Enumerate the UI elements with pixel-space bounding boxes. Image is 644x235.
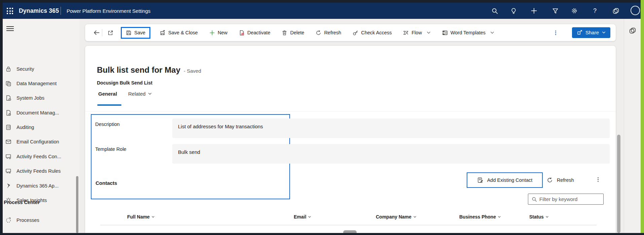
annotation-highlight-save: Save — [121, 27, 150, 39]
chevron-down-icon — [602, 31, 606, 34]
save-and-close-button[interactable]: Save & Close — [160, 30, 198, 36]
auditing-icon — [5, 124, 11, 130]
sidebar-item-auditing[interactable]: Auditing — [3, 123, 77, 132]
deactivate-button[interactable]: Deactivate — [239, 30, 271, 36]
waffle-icon[interactable] — [6, 7, 14, 15]
column-header-business-phone[interactable]: Business Phone — [459, 214, 501, 220]
filter-keyword-input[interactable] — [539, 194, 602, 204]
hamburger-menu-icon[interactable] — [6, 24, 14, 32]
template-role-value: Bulk send — [178, 149, 200, 155]
header-divider — [85, 111, 616, 111]
word-templates-button[interactable]: W Word Templates — [442, 30, 494, 36]
lock-icon — [5, 66, 11, 72]
new-button[interactable]: New — [209, 30, 227, 36]
save-icon — [126, 30, 132, 36]
subgrid-overflow-button[interactable] — [595, 177, 601, 182]
search-icon[interactable] — [491, 7, 498, 14]
sidebar-item-label: Data Management — [16, 81, 57, 86]
lightbulb-icon[interactable] — [510, 7, 517, 14]
save-button[interactable]: Save — [126, 30, 145, 36]
sidebar-item-dynamics-365-apps[interactable]: Dynamics 365 Ap... — [3, 181, 77, 191]
avatar[interactable] — [631, 6, 640, 15]
chevron-down-icon — [148, 92, 152, 96]
copilot-icon[interactable] — [629, 27, 636, 34]
annotation-highlight-add-contact: Add Existing Contact — [467, 172, 543, 188]
template-role-field[interactable]: Bulk send — [172, 144, 610, 164]
gear-icon[interactable] — [571, 7, 578, 14]
deactivate-icon — [239, 30, 245, 36]
app-name[interactable]: Dynamics 365 — [19, 7, 59, 14]
site-map-sidebar: Security Data Management System Jobs Doc… — [3, 19, 79, 233]
right-rail — [624, 19, 641, 233]
refresh-icon — [316, 30, 321, 36]
horizontal-scrollbar[interactable] — [343, 230, 357, 233]
active-tab-underline — [97, 104, 121, 106]
column-header-email[interactable]: Email — [294, 214, 311, 220]
processes-icon — [5, 217, 11, 223]
tab-general[interactable]: General — [98, 91, 117, 97]
chevron-down-icon — [545, 215, 549, 219]
sidebar-scrollbar[interactable] — [76, 176, 78, 233]
record-form-card: Bulk list send for May- Saved Docusign B… — [85, 46, 616, 233]
flow-icon — [403, 30, 409, 36]
column-header-status[interactable]: Status — [529, 214, 549, 220]
popout-button[interactable] — [108, 30, 113, 36]
sidebar-item-label: Security — [16, 66, 34, 72]
sidebar-group-process-center: Process Center — [4, 200, 39, 205]
email-icon — [5, 139, 11, 145]
record-save-status: - Saved — [184, 68, 201, 74]
command-overflow-button[interactable] — [553, 30, 559, 36]
sidebar-item-label: Email Configuration — [16, 139, 59, 144]
sidebar-item-activity-feeds-configuration[interactable]: Activity Feeds Con... — [3, 152, 77, 161]
share-icon — [577, 30, 582, 35]
column-header-full-name[interactable]: Full Name — [127, 214, 155, 220]
command-divider — [102, 29, 102, 36]
sidebar-item-activity-feeds-rules[interactable]: Activity Feeds Rules — [3, 166, 77, 176]
sidebar-item-label: Activity Feeds Rules — [16, 168, 61, 174]
feeds-rules-icon — [5, 168, 11, 174]
refresh-label: Refresh — [324, 30, 341, 35]
subgrid-refresh-button[interactable]: Refresh — [547, 176, 574, 184]
save-and-close-label: Save & Close — [168, 30, 198, 35]
command-bar: Save Save & Close New Deactivate Delete … — [85, 24, 616, 41]
sidebar-item-document-management[interactable]: Document Manag... — [3, 108, 77, 118]
sidebar-item-label: Document Manag... — [16, 110, 59, 115]
data-management-icon — [5, 80, 11, 87]
sidebar-item-security[interactable]: Security — [3, 64, 77, 74]
system-jobs-icon — [5, 95, 11, 101]
chevron-down-icon — [490, 31, 494, 35]
navbar-divider — [61, 7, 61, 15]
record-entity-type: Docusign Bulk Send List — [97, 80, 152, 86]
sidebar-item-email-configuration[interactable]: Email Configuration — [3, 137, 77, 146]
column-header-company-name[interactable]: Company Name — [376, 214, 417, 220]
filter-icon[interactable] — [551, 7, 559, 14]
word-templates-icon: W — [442, 30, 448, 36]
sidebar-item-label: Dynamics 365 Ap... — [16, 183, 59, 189]
help-icon[interactable]: ? — [591, 7, 599, 14]
field-label-description: Description — [95, 122, 120, 127]
tab-related[interactable]: Related — [128, 91, 152, 97]
add-icon[interactable] — [530, 7, 538, 14]
delete-button[interactable]: Delete — [282, 30, 304, 36]
refresh-button[interactable]: Refresh — [316, 30, 341, 36]
sidebar-item-processes[interactable]: Processes — [3, 215, 77, 225]
chevron-down-icon — [498, 215, 501, 219]
sidebar-item-data-management[interactable]: Data Management — [3, 79, 77, 88]
sidebar-item-system-jobs[interactable]: System Jobs — [3, 93, 77, 103]
copilot-icon[interactable] — [612, 7, 619, 14]
save-close-icon — [160, 30, 166, 36]
check-access-button[interactable]: Check Access — [353, 30, 392, 36]
subgrid-refresh-label: Refresh — [557, 177, 574, 183]
flow-label: Flow — [412, 30, 422, 35]
flow-button[interactable]: Flow — [403, 30, 431, 36]
add-existing-contact-button[interactable]: Add Existing Contact — [477, 177, 533, 183]
back-button[interactable] — [93, 29, 100, 36]
vertical-scrollbar[interactable] — [617, 135, 620, 233]
description-field[interactable]: List of addresses for May transactions — [172, 119, 610, 138]
word-templates-label: Word Templates — [451, 30, 486, 35]
app-window: Dynamics 365 Power Platform Environment … — [0, 0, 644, 235]
share-button[interactable]: Share — [572, 27, 610, 38]
chevron-down-icon — [151, 215, 155, 219]
subgrid-title-contacts: Contacts — [96, 180, 117, 186]
add-contact-icon — [477, 177, 483, 183]
